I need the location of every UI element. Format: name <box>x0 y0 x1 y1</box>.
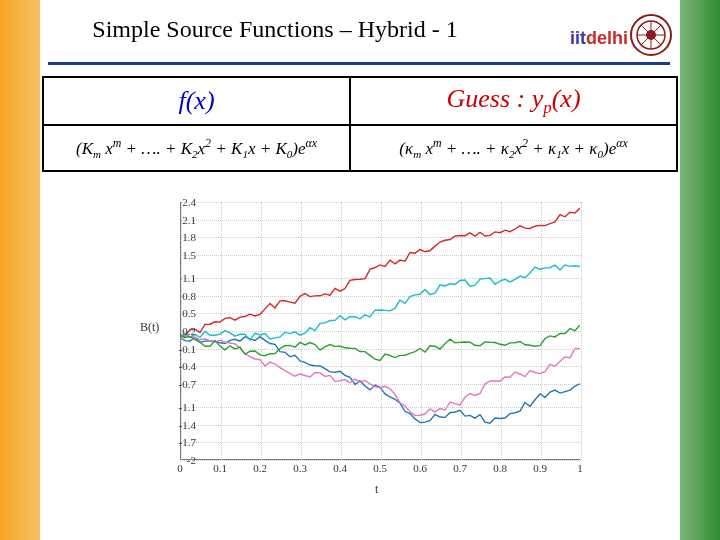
fx-expression: (Km xm + …. + K2x2 + K1x + K0)eαx <box>43 125 350 171</box>
series-cyan <box>180 265 580 340</box>
chart-ytick: -1.7 <box>179 436 196 448</box>
chart-ytick: -0.7 <box>179 378 196 390</box>
series-blue <box>180 337 580 424</box>
chart-xtick: 0 <box>177 462 183 474</box>
chart-ytick: 1.1 <box>182 272 196 284</box>
title-divider <box>48 62 670 65</box>
brand-iit: iit <box>570 28 586 48</box>
guess-expression: (κm xm + …. + κ2x2 + κ1x + κ0)eαx <box>350 125 677 171</box>
series-red <box>180 208 580 337</box>
chart-ytick: -0.1 <box>179 343 196 355</box>
chart-xtick: 0.4 <box>333 462 347 474</box>
chart-series <box>180 202 580 460</box>
slide: Simple Source Functions – Hybrid - 1 iit… <box>0 0 720 540</box>
chart-xtick: 0.3 <box>293 462 307 474</box>
functions-table: f(x) Guess : yp(x) (Km xm + …. + K2x2 + … <box>42 76 678 172</box>
col-header-guess: Guess : yp(x) <box>350 77 677 125</box>
chart-xtick: 0.8 <box>493 462 507 474</box>
chart-ytick: 1.5 <box>182 249 196 261</box>
svg-point-6 <box>646 30 656 40</box>
chart-xtick: 0.5 <box>373 462 387 474</box>
chart-xtick: 0.2 <box>253 462 267 474</box>
chart-xtick: 0.6 <box>413 462 427 474</box>
brand-text: iitdelhi <box>570 28 628 49</box>
chart-xtick: 0.1 <box>213 462 227 474</box>
chart-ytick: 2.1 <box>182 214 196 226</box>
chart-xtick: 0.7 <box>453 462 467 474</box>
chart-xtick: 1 <box>577 462 583 474</box>
chart-ytick: -0.4 <box>179 360 196 372</box>
chart-ytick: 0.2 <box>182 325 196 337</box>
chart-xtick: 0.9 <box>533 462 547 474</box>
chart-ytick: -1.4 <box>179 419 196 431</box>
chart-xlabel: t <box>375 482 378 497</box>
chart-ylabel: B(t) <box>140 320 159 335</box>
chart-ytick: 1.8 <box>182 231 196 243</box>
chart-ytick: -2 <box>187 454 196 466</box>
page-title: Simple Source Functions – Hybrid - 1 <box>60 16 490 43</box>
series-green <box>180 325 580 360</box>
col-header-fx: f(x) <box>43 77 350 125</box>
chart: B(t) t -2-1.7-1.4-1.1-0.7-0.4-0.10.20.50… <box>120 192 600 512</box>
brand-delhi: delhi <box>586 28 628 48</box>
chart-ytick: 0.5 <box>182 307 196 319</box>
iitd-logo-icon <box>630 14 672 56</box>
chart-ytick: 2.4 <box>182 196 196 208</box>
chart-ytick: -1.1 <box>179 401 196 413</box>
chart-ytick: 0.8 <box>182 290 196 302</box>
